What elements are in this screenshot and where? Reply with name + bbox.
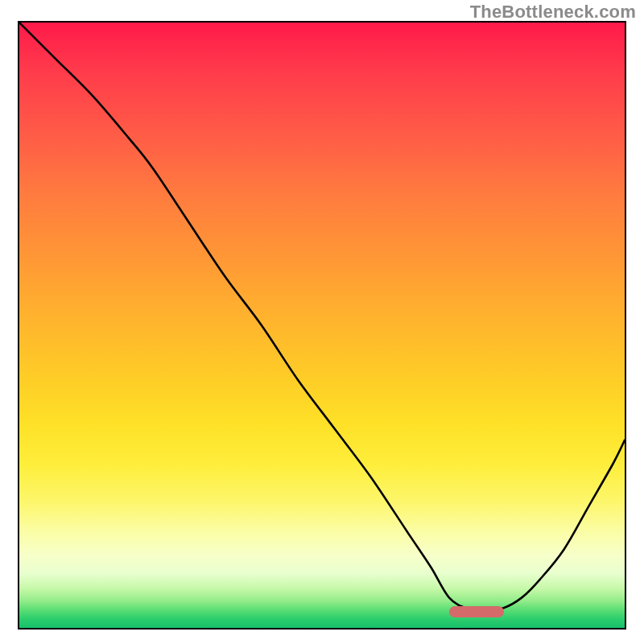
bottleneck-curve (19, 23, 625, 610)
watermark-text: TheBottleneck.com (470, 2, 636, 23)
chart-container: TheBottleneck.com (0, 0, 644, 644)
plot-area (18, 21, 626, 630)
curve-layer (19, 23, 625, 628)
optimum-marker (449, 606, 504, 617)
